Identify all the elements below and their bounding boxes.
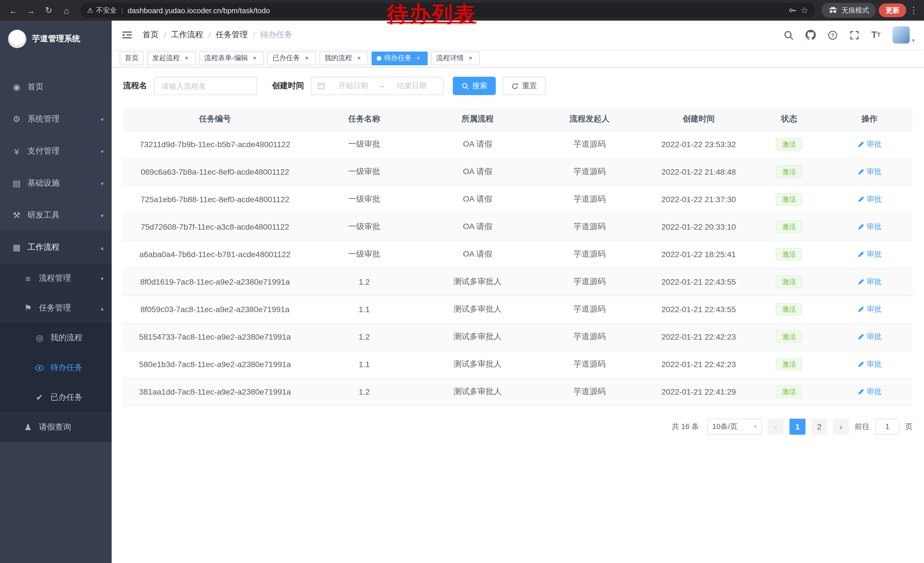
approve-link[interactable]: 审批 — [858, 359, 882, 369]
tab-home[interactable]: 首页 — [120, 51, 144, 65]
table-row: 725a1eb6-7b88-11ec-8ef0-acde48001122 一级审… — [123, 186, 912, 213]
page-button-1[interactable]: 1 — [789, 418, 806, 434]
chevron-up-icon: ▴ — [101, 305, 104, 311]
key-icon[interactable] — [788, 6, 796, 14]
breadcrumb-home[interactable]: 首页 — [142, 30, 159, 40]
sidebar-collapse-icon[interactable] — [121, 29, 134, 41]
start-date-placeholder[interactable]: 开始日期 — [327, 81, 379, 91]
incognito-badge: 无痕模式 — [822, 3, 876, 18]
close-icon[interactable]: × — [414, 54, 423, 62]
cell-task-name: 1.1 — [307, 350, 422, 378]
table-row: a6aba0a4-7b6d-11ec-b781-acde48001122 一级审… — [123, 240, 912, 268]
next-page-button[interactable]: › — [833, 418, 849, 434]
col-initiator: 流程发起人 — [534, 108, 645, 131]
sidebar-item-home[interactable]: ◉ 首页 — [0, 71, 112, 103]
date-range-picker[interactable]: 开始日期 - 结束日期 — [311, 77, 444, 95]
todo-task-table: 任务编号 任务名称 所属流程 流程发起人 创建时间 状态 操作 73211d9d… — [123, 108, 912, 406]
cell-task-id: 73211d9d-7b9b-11ec-b5b7-acde48001122 — [123, 131, 307, 158]
approve-link[interactable]: 审批 — [858, 304, 882, 314]
approve-link[interactable]: 审批 — [858, 222, 882, 232]
reset-button[interactable]: 重置 — [502, 77, 546, 95]
tab-done-tasks[interactable]: 已办任务 × — [267, 51, 316, 65]
fullscreen-icon[interactable] — [850, 29, 859, 41]
approve-link[interactable]: 审批 — [858, 139, 882, 150]
sidebar-item-my-processes[interactable]: ◎ 我的流程 — [0, 323, 112, 353]
forward-icon[interactable]: → — [24, 3, 38, 18]
sidebar-item-payment-management[interactable]: ¥ 支付管理 ▾ — [0, 135, 112, 167]
help-icon[interactable]: ? — [828, 29, 837, 41]
cell-initiator: 芋道源码 — [534, 240, 645, 268]
approve-link[interactable]: 审批 — [858, 387, 882, 397]
security-warning[interactable]: ⚠ 不安全 — [87, 6, 117, 15]
tab-todo-tasks[interactable]: 待办任务 × — [372, 51, 428, 65]
approve-link[interactable]: 审批 — [858, 277, 882, 287]
breadcrumb-workflow[interactable]: 工作流程 — [171, 30, 203, 40]
close-icon[interactable]: × — [303, 54, 311, 62]
close-icon[interactable]: × — [466, 54, 475, 62]
process-name-input[interactable] — [154, 77, 257, 95]
goto-page-input[interactable] — [875, 418, 899, 434]
cell-task-name: 一级审批 — [307, 131, 422, 158]
sidebar-item-workflow[interactable]: ▦ 工作流程 ▴ — [0, 231, 112, 263]
sidebar-item-process-management[interactable]: ≡ 流程管理 ▾ — [0, 263, 112, 293]
search-icon[interactable] — [784, 29, 794, 41]
sidebar-item-task-management[interactable]: ⚑ 任务管理 ▴ — [0, 293, 112, 323]
app-logo: 芋道管理系统 — [0, 21, 112, 57]
sidebar-item-todo-tasks[interactable]: 待办任务 — [0, 353, 112, 383]
home-icon[interactable]: ⌂ — [59, 3, 74, 18]
close-icon[interactable]: × — [355, 54, 363, 62]
approve-link[interactable]: 审批 — [858, 167, 882, 177]
status-badge: 激活 — [776, 138, 802, 151]
approve-link[interactable]: 审批 — [858, 249, 882, 260]
update-button[interactable]: 更新 — [879, 3, 906, 17]
status-badge: 激活 — [776, 358, 802, 371]
table-row: 58154733-7ac8-11ec-a9e2-a2380e71991a 1.2… — [123, 323, 912, 350]
search-button[interactable]: 搜索 — [453, 77, 496, 95]
cell-task-name: 1.2 — [307, 268, 422, 296]
cell-task-name: 一级审批 — [307, 186, 422, 213]
cell-create-time: 2022-01-21 22:42:23 — [645, 350, 752, 378]
date-range-separator: - — [381, 82, 384, 90]
security-label: 不安全 — [96, 6, 117, 15]
monitor-icon: ▤ — [12, 178, 22, 188]
table-row: 381aa1dd-7ac8-11ec-a9e2-a2380e71991a 1.2… — [123, 378, 912, 405]
incognito-label: 无痕模式 — [842, 6, 869, 15]
sidebar-item-dev-tools[interactable]: ⚒ 研发工具 ▾ — [0, 199, 112, 231]
cell-create-time: 2022-01-21 22:43:55 — [645, 268, 752, 296]
page-button-2[interactable]: 2 — [811, 418, 827, 434]
sidebar-item-leave-query[interactable]: ♟ 请假查询 — [0, 412, 112, 442]
close-icon[interactable]: × — [183, 54, 190, 62]
cell-process: 测试多审批人 — [422, 296, 534, 323]
reload-icon[interactable]: ↻ — [41, 3, 56, 18]
breadcrumb-task-management[interactable]: 任务管理 — [216, 30, 248, 40]
approve-link[interactable]: 审批 — [858, 332, 882, 342]
approve-link[interactable]: 审批 — [858, 194, 882, 204]
status-badge: 激活 — [776, 193, 802, 206]
cell-initiator: 芋道源码 — [534, 158, 645, 186]
sidebar-item-done-tasks[interactable]: ✔ 已办任务 — [0, 383, 112, 412]
chevron-up-icon: ▴ — [101, 244, 104, 251]
sidebar-item-infrastructure[interactable]: ▤ 基础设施 ▾ — [0, 167, 112, 199]
incognito-icon — [828, 7, 837, 14]
bookmark-star-icon[interactable]: ☆ — [801, 5, 808, 15]
page-unit-label: 页 — [905, 421, 912, 432]
back-icon[interactable]: ← — [6, 3, 21, 18]
github-icon[interactable] — [806, 29, 816, 41]
browser-menu-icon[interactable]: ⋮ — [909, 5, 918, 15]
cell-create-time: 2022-01-22 21:37:30 — [645, 186, 752, 213]
tab-my-processes[interactable]: 我的流程 × — [320, 51, 368, 65]
end-date-placeholder[interactable]: 结束日期 — [386, 81, 437, 91]
cell-process: OA 请假 — [422, 158, 534, 186]
tab-process-detail[interactable]: 流程详情 × — [431, 51, 480, 65]
cell-process: OA 请假 — [422, 131, 534, 158]
col-create-time: 创建时间 — [645, 108, 752, 131]
tab-start-process[interactable]: 发起流程 × — [147, 51, 196, 65]
user-avatar-menu[interactable]: ▾ — [892, 26, 915, 44]
close-icon[interactable]: × — [251, 54, 259, 62]
prev-page-button[interactable]: ‹ — [768, 418, 784, 434]
font-size-icon[interactable]: TT — [872, 29, 880, 41]
page-size-select[interactable]: 10条/页 ▾ — [707, 418, 762, 434]
sidebar-item-system-management[interactable]: ⚙ 系统管理 ▾ — [0, 103, 112, 135]
tab-process-form-edit[interactable]: 流程表单-编辑 × — [199, 51, 264, 65]
cell-initiator: 芋道源码 — [534, 350, 645, 378]
